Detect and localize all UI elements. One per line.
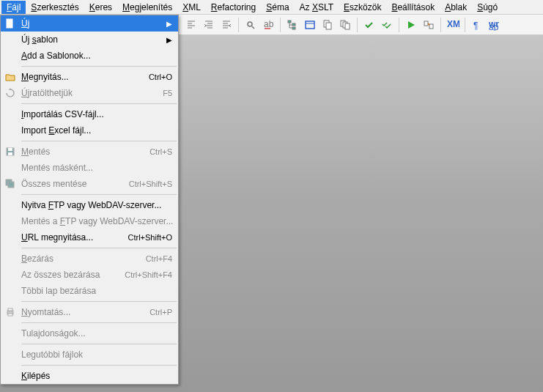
menubar: FájlSzerkesztésKeresMegjelenítésXMLRefac…: [0, 0, 543, 15]
xml-button[interactable]: XML: [445, 17, 461, 33]
shortcut-label: Ctrl+Shift+S: [129, 180, 172, 188]
menuitem-azösszesbezárás: Az összes bezárásaCtrl+Shift+F4: [1, 267, 178, 283]
blank-icon: [4, 284, 17, 297]
replace-button[interactable]: ab: [260, 17, 276, 33]
svg-rect-12: [429, 24, 433, 29]
menuitem-nyitvaftpvagywe[interactable]: Nyitva FTP vagy WebDAV-szerver...: [1, 197, 178, 213]
svg-rect-19: [8, 148, 12, 151]
menuitem-mentés: MentésCtrl+S: [1, 144, 178, 160]
check-button[interactable]: [361, 17, 377, 33]
svg-rect-20: [8, 152, 12, 155]
menuitem-label: Új: [21, 18, 166, 29]
menu-refactoring[interactable]: Refactoring: [206, 1, 261, 14]
svg-rect-11: [424, 21, 428, 26]
menuitem-label: Megnyitás...: [21, 72, 149, 82]
save-icon: [4, 145, 17, 158]
menu-belltsok[interactable]: Beállítások: [386, 1, 440, 14]
shortcut-label: Ctrl+O: [149, 73, 172, 81]
svg-rect-7: [326, 23, 331, 29]
svg-point-0: [248, 22, 252, 26]
blank-icon: [4, 231, 17, 244]
submenu-arrow-icon: ▶: [166, 20, 172, 28]
wrap-button[interactable]: wrap: [487, 17, 503, 33]
blank-icon: [4, 369, 17, 382]
svg-text:ap: ap: [489, 22, 499, 31]
reload-icon: [4, 86, 17, 100]
indent-left-button[interactable]: [183, 17, 199, 33]
menuitem-label: Add a Sablonok...: [21, 51, 172, 61]
toolbar-separator: [357, 18, 358, 32]
menuitem-label: Kilépés: [21, 371, 172, 381]
transform-button[interactable]: [421, 17, 437, 33]
menu-ablak[interactable]: Ablak: [440, 1, 472, 14]
menu-eszkzk[interactable]: Eszközök: [339, 1, 386, 14]
svg-text:XML: XML: [447, 19, 459, 29]
menu-fjl[interactable]: Fájl: [1, 1, 26, 14]
menuitem-mentésaftpvagyw: Mentés a FTP vagy WebDAV-szerver...: [1, 213, 178, 229]
window-button[interactable]: [302, 17, 318, 33]
menuitem-label: Mentés másként...: [21, 163, 172, 173]
blank-icon: [4, 215, 17, 228]
toolbar-separator: [238, 18, 239, 32]
menu-azxslt[interactable]: Az XSLT: [295, 1, 339, 14]
toolbar-separator: [440, 18, 441, 32]
blank-icon: [4, 161, 17, 174]
menu-separator: [21, 194, 177, 195]
menu-sma[interactable]: Séma: [261, 1, 294, 14]
menu-separator: [21, 66, 177, 67]
menuitem-importáláscsvfá[interactable]: Importálás CSV-fájl...: [1, 106, 178, 122]
menuitem-label: Legutóbbi fájlok: [21, 350, 172, 360]
menu-separator: [21, 301, 177, 302]
menuitem-label: Nyitva FTP vagy WebDAV-szerver...: [21, 200, 172, 210]
menuitem-addasablonok[interactable]: Add a Sablonok...: [1, 48, 178, 64]
copy-doc-button[interactable]: [319, 17, 336, 33]
svg-rect-17: [7, 19, 12, 28]
blank-icon: [4, 108, 17, 121]
find-button[interactable]: [243, 17, 259, 33]
menu-keres[interactable]: Keres: [84, 1, 117, 14]
shortcut-label: Ctrl+Shift+F4: [125, 270, 172, 279]
save-all-icon: [4, 177, 17, 191]
menuitem-label: Nyomtatás...: [21, 307, 149, 317]
open-folder-icon: [4, 70, 17, 84]
svg-rect-3: [292, 23, 295, 26]
toolbar-separator: [399, 18, 399, 32]
svg-rect-4: [292, 27, 295, 29]
menuitem-új[interactable]: Új▶: [1, 15, 178, 32]
menuitem-importexcelfájl[interactable]: Import Excel fájl...: [1, 122, 178, 138]
menu-separator: [21, 322, 177, 323]
menuitem-mentésmásként: Mentés másként...: [1, 160, 178, 176]
menuitem-label: Újratölthetjük: [21, 88, 163, 98]
svg-rect-25: [8, 314, 12, 316]
blank-icon: [4, 33, 17, 46]
toolbar-separator: [280, 18, 281, 32]
menu-separator: [21, 248, 177, 248]
menuitem-újsablon[interactable]: Új sablon▶: [1, 32, 178, 48]
menuitem-urlmegnyitása[interactable]: URL megnyitása...Ctrl+Shift+O: [1, 229, 178, 245]
pilcrow-button[interactable]: ¶: [469, 17, 485, 33]
menu-sg[interactable]: Súgó: [472, 1, 503, 14]
menu-xml[interactable]: XML: [177, 1, 206, 14]
shortcut-label: Ctrl+S: [149, 147, 172, 156]
play-button[interactable]: [403, 17, 419, 33]
menuitem-label: Importálás CSV-fájl...: [21, 109, 172, 119]
svg-rect-5: [306, 21, 314, 29]
menu-separator: [21, 141, 177, 141]
menuitem-label: Mentés a FTP vagy WebDAV-szerver...: [21, 216, 173, 226]
svg-rect-22: [8, 182, 14, 188]
menuitem-megnyitás[interactable]: Megnyitás...Ctrl+O: [1, 69, 178, 85]
outdent-button[interactable]: [218, 17, 234, 33]
multi-doc-button[interactable]: [337, 17, 353, 33]
print-icon: [4, 306, 17, 319]
menuitem-label: Bezárás: [21, 254, 146, 264]
menu-szerkeszts[interactable]: Szerkesztés: [26, 1, 84, 14]
svg-rect-2: [288, 21, 291, 23]
menu-megjelents[interactable]: Megjelenítés: [117, 1, 177, 14]
menuitem-label: Import Excel fájl...: [21, 125, 172, 136]
indent-right-button[interactable]: [201, 17, 217, 33]
double-check-button[interactable]: [379, 17, 395, 33]
menuitem-kilépés[interactable]: Kilépés: [1, 368, 178, 384]
svg-text:¶: ¶: [473, 21, 478, 31]
toolbar-separator: [465, 18, 465, 32]
tree-button[interactable]: [284, 17, 300, 33]
